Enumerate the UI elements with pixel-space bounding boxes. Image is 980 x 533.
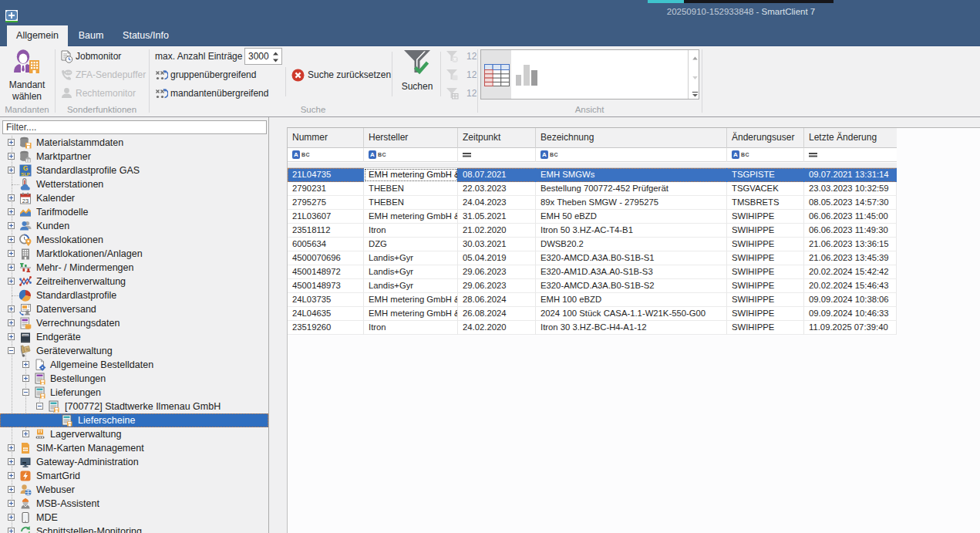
svg-text:23: 23: [22, 197, 29, 204]
svg-text:%: %: [25, 347, 29, 352]
svg-text:8000: 8000: [22, 334, 29, 337]
svg-text:SLP: SLP: [21, 172, 30, 177]
svg-text:G: G: [23, 164, 29, 172]
